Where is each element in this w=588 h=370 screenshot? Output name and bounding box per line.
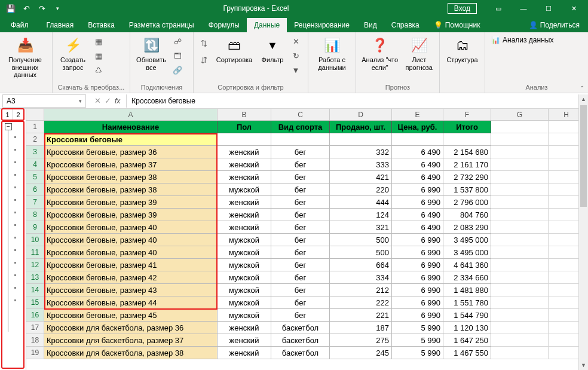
cell[interactable]	[271, 133, 330, 146]
cell-sport[interactable]: бег	[271, 209, 330, 221]
cell[interactable]	[491, 146, 549, 158]
qat-dropdown-icon[interactable]: ▾	[50, 1, 65, 16]
row-hdr[interactable]: 1	[26, 121, 44, 133]
col-hdr-d[interactable]: D	[330, 109, 392, 120]
btn-sort-za[interactable]: ⇵	[197, 51, 210, 68]
col-hdr-e[interactable]: E	[392, 109, 443, 120]
cell-sport[interactable]: баскетбол	[271, 347, 330, 359]
btn-advanced-filter[interactable]: ▼	[289, 63, 302, 77]
cell-name[interactable]: Кроссовки беговые, размер 40	[44, 234, 218, 246]
row-hdr[interactable]: 3	[26, 146, 44, 158]
cell-price[interactable]: 6 990	[392, 284, 443, 296]
cell-sold[interactable]: 220	[330, 184, 392, 196]
redo-icon[interactable]: ↷	[35, 1, 49, 16]
row-hdr[interactable]: 10	[26, 234, 44, 246]
cell[interactable]	[491, 209, 549, 221]
cell-sold[interactable]: 333	[330, 158, 392, 171]
cell[interactable]	[491, 322, 549, 334]
cell[interactable]	[491, 234, 549, 246]
cell-sold[interactable]: 187	[330, 322, 392, 334]
cell-gender[interactable]: женский	[218, 146, 271, 158]
cell-total[interactable]: 2 161 170	[443, 158, 491, 171]
ribbon-options-icon[interactable]: ▭	[486, 0, 510, 17]
cell-sold[interactable]: 245	[330, 347, 392, 359]
tab-file[interactable]: Файл	[0, 18, 39, 32]
spreadsheet-grid[interactable]: A B C D E F G H 1 Наименование Пол Вид с…	[26, 109, 588, 370]
cell-name[interactable]: Кроссовки беговые, размер 44	[44, 296, 218, 309]
col-hdr-g[interactable]: G	[491, 109, 549, 120]
cell[interactable]	[491, 284, 549, 296]
outline-collapse-icon[interactable]: −	[5, 123, 12, 130]
cell[interactable]	[491, 171, 549, 184]
row-hdr[interactable]: 11	[26, 246, 44, 259]
share-button[interactable]: 👤Поделиться	[520, 18, 588, 32]
cell-header-name[interactable]: Наименование	[44, 121, 218, 133]
outline-level-1[interactable]: 1	[2, 109, 13, 120]
cell-name[interactable]: Кроссовки беговые, размер 45	[44, 309, 218, 322]
row-hdr[interactable]: 17	[26, 322, 44, 334]
close-icon[interactable]: ✕	[562, 0, 586, 17]
cell-gender[interactable]: женский	[218, 171, 271, 184]
confirm-formula-icon[interactable]: ✓	[105, 96, 111, 105]
cell-name[interactable]: Кроссовки беговые, размер 38	[44, 184, 218, 196]
cell-name[interactable]: Кроссовки для баскетбола, размер 37	[44, 334, 218, 347]
row-hdr[interactable]: 16	[26, 309, 44, 322]
scroll-thumb[interactable]	[580, 105, 587, 207]
tab-insert[interactable]: Вставка	[81, 18, 122, 32]
cell-price[interactable]: 6 990	[392, 184, 443, 196]
cell-gender[interactable]: мужской	[218, 271, 271, 284]
col-hdr-a[interactable]: A	[44, 109, 218, 120]
cell-total[interactable]: 1 544 790	[443, 309, 491, 322]
cell-gender[interactable]: мужской	[218, 234, 271, 246]
cell-sold[interactable]: 212	[330, 284, 392, 296]
cell-total[interactable]: 2 083 290	[443, 221, 491, 234]
cell-sport[interactable]: бег	[271, 196, 330, 209]
cell-sold[interactable]: 332	[330, 146, 392, 158]
cell[interactable]	[491, 121, 549, 133]
btn-recent-sources[interactable]: ♺	[92, 63, 105, 77]
cell[interactable]	[330, 133, 392, 146]
row-hdr[interactable]: 12	[26, 259, 44, 271]
cell-price[interactable]: 6 990	[392, 234, 443, 246]
btn-reapply[interactable]: ↻	[289, 49, 302, 62]
cell-price[interactable]: 6 990	[392, 246, 443, 259]
btn-filter[interactable]: ▼Фильтр	[258, 35, 287, 64]
cell-header-total[interactable]: Итого	[443, 121, 491, 133]
cell-total[interactable]: 4 641 360	[443, 259, 491, 271]
scroll-down-icon[interactable]: ▼	[579, 360, 588, 370]
cell-sport[interactable]: бег	[271, 234, 330, 246]
cell-sport[interactable]: бег	[271, 259, 330, 271]
cell-gender[interactable]: мужской	[218, 184, 271, 196]
cell[interactable]	[491, 309, 549, 322]
cell-price[interactable]: 6 990	[392, 271, 443, 284]
btn-edit-links[interactable]: 🔗	[171, 63, 184, 77]
cell-total[interactable]: 2 154 680	[443, 146, 491, 158]
cell-sport[interactable]: бег	[271, 246, 330, 259]
cell-name[interactable]: Кроссовки беговые, размер 40	[44, 221, 218, 234]
btn-what-if[interactable]: ❓Анализ "что если"	[360, 35, 400, 71]
cell[interactable]	[218, 133, 271, 146]
cell-price[interactable]: 5 990	[392, 334, 443, 347]
cell-sold[interactable]: 221	[330, 309, 392, 322]
row-hdr[interactable]: 5	[26, 171, 44, 184]
row-hdr[interactable]: 15	[26, 296, 44, 309]
cell-total[interactable]: 804 760	[443, 209, 491, 221]
maximize-icon[interactable]: ☐	[537, 0, 561, 17]
cell-price[interactable]: 6 990	[392, 196, 443, 209]
cell-price[interactable]: 6 490	[392, 171, 443, 184]
cell-group-title[interactable]: Кроссовки беговые	[44, 133, 218, 146]
row-hdr[interactable]: 4	[26, 158, 44, 171]
btn-show-queries[interactable]: ▦	[92, 35, 105, 48]
cell-name[interactable]: Кроссовки беговые, размер 39	[44, 209, 218, 221]
cell[interactable]	[491, 334, 549, 347]
cell-price[interactable]: 6 490	[392, 221, 443, 234]
col-hdr-f[interactable]: F	[443, 109, 491, 120]
btn-properties[interactable]: 🗔	[171, 49, 184, 62]
cell-sport[interactable]: бег	[271, 171, 330, 184]
vertical-scrollbar[interactable]: ▲ ▼	[578, 94, 588, 370]
cell[interactable]	[491, 221, 549, 234]
row-hdr[interactable]: 8	[26, 209, 44, 221]
cell-total[interactable]: 2 796 000	[443, 196, 491, 209]
cell-price[interactable]: 6 990	[392, 309, 443, 322]
cell-sold[interactable]: 275	[330, 334, 392, 347]
